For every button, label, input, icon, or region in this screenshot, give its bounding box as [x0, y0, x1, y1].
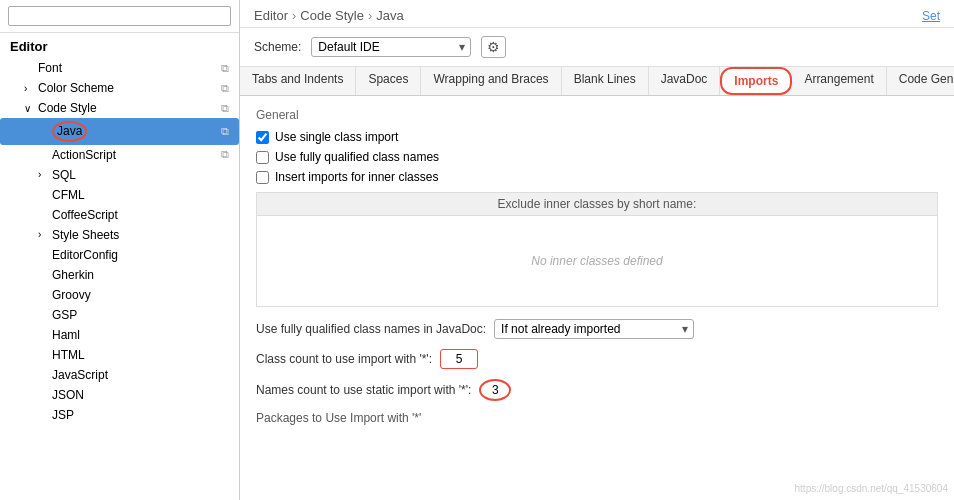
sidebar-item-jsp-label: JSP	[52, 408, 74, 422]
color-scheme-copy-icon: ⧉	[221, 82, 229, 95]
sidebar-item-code-style-label: Code Style	[38, 101, 97, 115]
breadcrumb: Editor › Code Style › Java	[254, 8, 404, 23]
sidebar-item-java[interactable]: Java ⧉	[0, 118, 239, 145]
sidebar-item-html[interactable]: HTML	[0, 345, 239, 365]
javadoc-select[interactable]: If not already imported Always Never	[494, 319, 694, 339]
table-empty-text: No inner classes defined	[511, 234, 682, 288]
scheme-row: Scheme: Default IDE Project ⚙	[240, 28, 954, 67]
scheme-label: Scheme:	[254, 40, 301, 54]
sidebar-item-actionscript[interactable]: ActionScript ⧉	[0, 145, 239, 165]
sidebar-search-input[interactable]	[8, 6, 231, 26]
tab-arrangement-label: Arrangement	[804, 72, 873, 86]
sidebar: Editor Font ⧉ › Color Scheme ⧉ ∨ Code St…	[0, 0, 240, 500]
tab-imports-label: Imports	[734, 74, 778, 88]
scheme-select-wrap: Default IDE Project	[311, 37, 471, 57]
color-scheme-arrow-icon: ›	[24, 83, 38, 94]
scheme-select[interactable]: Default IDE Project	[311, 37, 471, 57]
tab-blank-lines-label: Blank Lines	[574, 72, 636, 86]
exclude-table: Exclude inner classes by short name: No …	[256, 192, 938, 307]
tab-javadoc-label: JavaDoc	[661, 72, 708, 86]
tab-arrangement[interactable]: Arrangement	[792, 67, 886, 95]
names-count-label: Names count to use static import with '*…	[256, 383, 471, 397]
checkbox-imports-inner[interactable]	[256, 171, 269, 184]
java-label-wrap: Java	[52, 121, 87, 142]
sidebar-editor-title: Editor	[0, 33, 239, 58]
sidebar-item-gsp-label: GSP	[52, 308, 77, 322]
sidebar-item-gherkin[interactable]: Gherkin	[0, 265, 239, 285]
names-count-input[interactable]	[479, 379, 511, 401]
sidebar-item-style-sheets[interactable]: › Style Sheets	[0, 225, 239, 245]
tab-wrapping-braces[interactable]: Wrapping and Braces	[421, 67, 561, 95]
general-section-title: General	[256, 108, 938, 122]
sidebar-item-color-scheme[interactable]: › Color Scheme ⧉	[0, 78, 239, 98]
tab-spaces-label: Spaces	[368, 72, 408, 86]
tab-code-generation-label: Code Generation	[899, 72, 954, 86]
checkbox-row-qualified-names: Use fully qualified class names	[256, 150, 938, 164]
sidebar-item-cfml[interactable]: CFML	[0, 185, 239, 205]
tab-wrapping-braces-label: Wrapping and Braces	[433, 72, 548, 86]
sidebar-item-cfml-label: CFML	[52, 188, 85, 202]
set-link[interactable]: Set	[922, 9, 940, 23]
javadoc-select-wrap: If not already imported Always Never	[494, 319, 694, 339]
java-circled-label: Java	[52, 121, 87, 142]
breadcrumb-editor: Editor	[254, 8, 288, 23]
sidebar-item-sql[interactable]: › SQL	[0, 165, 239, 185]
class-count-row: Class count to use import with '*':	[256, 349, 938, 369]
sidebar-item-groovy-label: Groovy	[52, 288, 91, 302]
breadcrumb-sep2: ›	[368, 8, 372, 23]
java-copy-icon: ⧉	[221, 125, 229, 138]
sidebar-item-font[interactable]: Font ⧉	[0, 58, 239, 78]
packages-label: Packages to Use Import with '*'	[256, 411, 938, 425]
tab-tabs-indents-label: Tabs and Indents	[252, 72, 343, 86]
sidebar-search-area	[0, 0, 239, 33]
tab-spaces[interactable]: Spaces	[356, 67, 421, 95]
sidebar-item-haml-label: Haml	[52, 328, 80, 342]
tab-code-generation[interactable]: Code Generation	[887, 67, 954, 95]
sql-arrow-icon: ›	[38, 169, 52, 180]
sidebar-item-html-label: HTML	[52, 348, 85, 362]
checkbox-qualified-names[interactable]	[256, 151, 269, 164]
checkbox-row-imports-inner: Insert imports for inner classes	[256, 170, 938, 184]
sidebar-item-editorconfig[interactable]: EditorConfig	[0, 245, 239, 265]
sidebar-item-javascript-label: JavaScript	[52, 368, 108, 382]
sidebar-item-actionscript-label: ActionScript	[52, 148, 116, 162]
tabs-bar: Tabs and Indents Spaces Wrapping and Bra…	[240, 67, 954, 96]
main-panel: Editor › Code Style › Java Set Scheme: D…	[240, 0, 954, 500]
checkbox-single-import[interactable]	[256, 131, 269, 144]
actionscript-copy-icon: ⧉	[221, 148, 229, 161]
sidebar-item-sql-label: SQL	[52, 168, 76, 182]
javadoc-field-label: Use fully qualified class names in JavaD…	[256, 322, 486, 336]
tab-imports[interactable]: Imports	[720, 67, 792, 95]
font-copy-icon: ⧉	[221, 62, 229, 75]
names-count-row: Names count to use static import with '*…	[256, 379, 938, 401]
class-count-label: Class count to use import with '*':	[256, 352, 432, 366]
sidebar-item-coffeescript[interactable]: CoffeeScript	[0, 205, 239, 225]
checkbox-row-single-import: Use single class import	[256, 130, 938, 144]
sidebar-item-javascript[interactable]: JavaScript	[0, 365, 239, 385]
sidebar-item-jsp[interactable]: JSP	[0, 405, 239, 425]
sidebar-item-gherkin-label: Gherkin	[52, 268, 94, 282]
breadcrumb-java: Java	[376, 8, 403, 23]
tab-tabs-indents[interactable]: Tabs and Indents	[240, 67, 356, 95]
sidebar-item-coffeescript-label: CoffeeScript	[52, 208, 118, 222]
sidebar-item-groovy[interactable]: Groovy	[0, 285, 239, 305]
sidebar-item-font-label: Font	[38, 61, 62, 75]
checkbox-imports-inner-label: Insert imports for inner classes	[275, 170, 438, 184]
table-body: No inner classes defined	[257, 216, 937, 306]
scheme-gear-button[interactable]: ⚙	[481, 36, 506, 58]
tab-javadoc[interactable]: JavaDoc	[649, 67, 721, 95]
class-count-input[interactable]	[440, 349, 478, 369]
sidebar-item-haml[interactable]: Haml	[0, 325, 239, 345]
sidebar-item-color-scheme-label: Color Scheme	[38, 81, 114, 95]
code-style-copy-icon: ⧉	[221, 102, 229, 115]
sidebar-item-json[interactable]: JSON	[0, 385, 239, 405]
sidebar-item-gsp[interactable]: GSP	[0, 305, 239, 325]
javadoc-field-row: Use fully qualified class names in JavaD…	[256, 319, 938, 339]
sidebar-item-style-sheets-label: Style Sheets	[52, 228, 119, 242]
sidebar-item-code-style[interactable]: ∨ Code Style ⧉	[0, 98, 239, 118]
style-sheets-arrow-icon: ›	[38, 229, 52, 240]
checkbox-single-import-label: Use single class import	[275, 130, 398, 144]
tab-blank-lines[interactable]: Blank Lines	[562, 67, 649, 95]
checkbox-qualified-names-label: Use fully qualified class names	[275, 150, 439, 164]
content-area: General Use single class import Use full…	[240, 96, 954, 500]
